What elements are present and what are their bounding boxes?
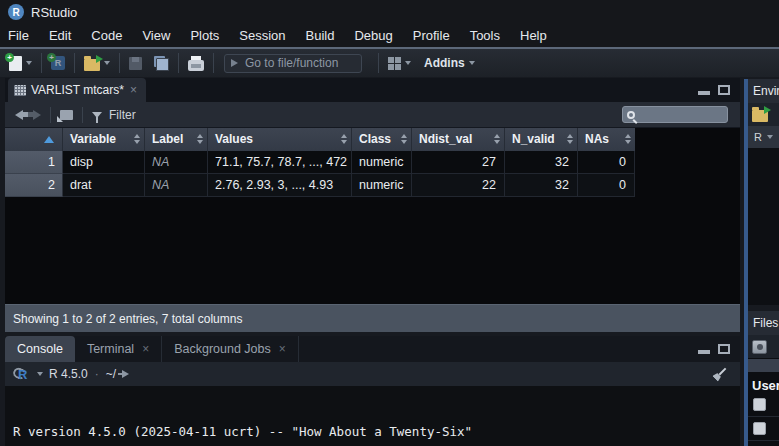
files-path-label: User [748,372,779,393]
menu-edit[interactable]: Edit [39,25,81,47]
table-status-bar: Showing 1 to 2 of 2 entries, 7 total col… [5,304,740,332]
cell-ndist-val: 27 [412,151,505,174]
sort-toggle-icon [567,134,573,144]
new-project-button[interactable]: R+ [48,54,68,72]
new-file-button[interactable]: + [6,54,35,73]
menu-help[interactable]: Help [510,25,557,47]
table-search-box[interactable] [622,106,728,123]
cell-label: NA [145,174,208,197]
sort-toggle-icon [197,134,203,144]
addins-button[interactable]: Addins [424,56,465,70]
header-ndist-val[interactable]: Ndist_val [412,128,505,151]
main-toolbar: + R+ Addins [0,47,779,77]
open-file-button[interactable] [81,54,113,73]
menu-bar: File Edit Code View Plots Session Build … [0,24,779,47]
cell-variable: disp [63,151,145,174]
clear-console-broom-icon[interactable] [709,363,732,386]
file-row[interactable] [748,417,779,441]
working-directory-label[interactable]: ~/ [106,367,116,381]
console-toolbar: R R 4.5.0 · ~/ [5,362,740,386]
minimize-pane-icon[interactable] [698,86,710,95]
maximize-pane-icon[interactable] [718,344,730,354]
source-tabstrip: VARLIST mtcars* × [5,78,740,102]
new-blank-file-icon[interactable] [752,340,767,354]
table-row: 1 disp NA 71.1, 75.7, 78.7, ..., 472 num… [5,151,635,174]
header-nas[interactable]: NAs [578,128,635,151]
sort-toggle-icon [625,134,631,144]
rstudio-logo-icon: R [8,4,24,20]
sort-toggle-icon [341,134,347,144]
cell-n-valid: 32 [505,151,578,174]
maximize-pane-icon[interactable] [718,85,730,95]
goto-file-function-input[interactable] [245,56,345,70]
tab-close-icon[interactable]: × [142,344,149,354]
header-variable[interactable]: Variable [63,128,145,151]
tab-console[interactable]: Console [5,336,75,362]
menu-debug[interactable]: Debug [344,25,402,47]
filter-icon [92,112,102,118]
filter-button[interactable]: Filter [109,108,136,122]
back-arrow-icon[interactable] [15,110,23,120]
pane-window-buttons [698,85,730,95]
print-button[interactable] [185,54,207,73]
save-all-button[interactable] [151,54,172,73]
save-icon [129,57,142,70]
toolbar-divider [119,53,120,73]
files-pane-title[interactable]: Files [748,311,779,335]
file-row[interactable] [748,393,779,417]
cell-nas: 0 [578,151,635,174]
tab-terminal[interactable]: Terminal × [75,336,162,362]
tab-close-icon[interactable]: × [130,85,137,95]
file-checkbox[interactable] [753,422,766,435]
tab-varlist-mtcars[interactable]: VARLIST mtcars* × [8,78,146,102]
cell-n-valid: 32 [505,174,578,197]
show-in-new-window-icon[interactable] [60,110,73,120]
header-n-valid[interactable]: N_valid [505,128,578,151]
console-output: R version 4.5.0 (2025-04-11 ucrt) -- "Ho… [5,386,740,446]
save-button[interactable] [126,55,145,72]
menu-view[interactable]: View [132,25,180,47]
print-icon [188,60,204,71]
cell-values: 2.76, 2.93, 3, ..., 4.93 [208,174,352,197]
data-grid-icon [14,85,26,96]
sort-toggle-icon [494,134,500,144]
header-values[interactable]: Values [208,128,352,151]
r-version-dropdown[interactable]: R [13,366,30,383]
sort-toggle-icon [134,134,140,144]
menu-session[interactable]: Session [229,25,295,47]
r-logo-letter: R [18,367,27,382]
table-header-row: Variable Label Values Class Ndist_val [5,128,635,151]
toolbar-divider [74,53,75,73]
header-label: Variable [70,132,116,146]
r-version-label[interactable]: R 4.5.0 [49,367,88,381]
file-checkbox[interactable] [753,398,766,411]
environment-language-dropdown[interactable]: R [748,126,779,148]
cell-class: numeric [352,151,412,174]
sort-ascending-icon [44,136,54,143]
right-sidebar: Envir R Files User [741,77,779,446]
header-rownum[interactable] [5,128,63,151]
toolbar-divider [378,53,379,73]
tab-background-jobs[interactable]: Background Jobs × [162,336,299,362]
goto-file-function-box[interactable] [224,54,362,73]
minimize-pane-icon[interactable] [698,345,710,354]
header-class[interactable]: Class [352,128,412,151]
menu-tools[interactable]: Tools [460,25,510,47]
menu-plots[interactable]: Plots [180,25,229,47]
sort-toggle-icon [401,134,407,144]
menu-code[interactable]: Code [81,25,132,47]
menu-build[interactable]: Build [296,25,345,47]
table-search-input[interactable] [635,109,715,121]
row-number-cell: 1 [5,151,63,174]
pane-layout-button[interactable] [385,55,414,72]
cell-variable: drat [63,174,145,197]
forward-arrow-icon[interactable] [33,110,41,120]
menu-profile[interactable]: Profile [403,25,460,47]
open-directory-icon[interactable] [122,370,129,378]
tab-close-icon[interactable]: × [279,344,286,354]
load-workspace-folder-icon[interactable] [752,110,768,122]
header-label-col[interactable]: Label [145,128,208,151]
environment-pane-title[interactable]: Envir [748,79,779,103]
header-label: N_valid [512,132,555,146]
menu-file[interactable]: File [8,25,39,47]
